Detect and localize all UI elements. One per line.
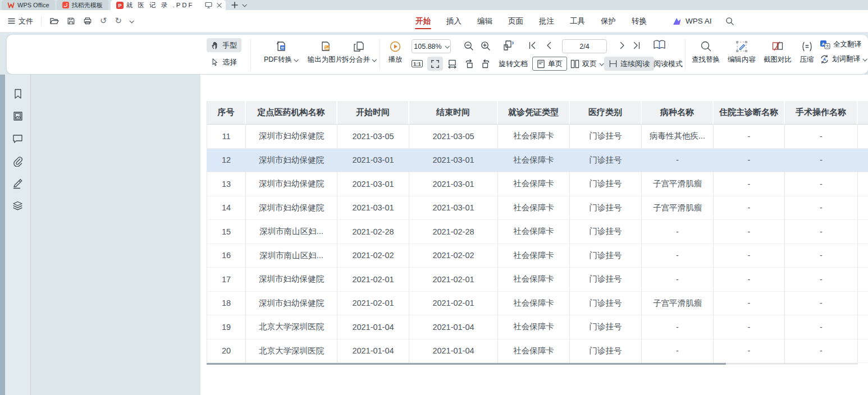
- chevron-down-icon: [599, 61, 604, 66]
- docer-icon: [62, 2, 69, 8]
- single-page-label: 单页: [548, 59, 563, 69]
- table-cell: 子宫平滑肌瘤: [642, 292, 714, 316]
- fit-page-button[interactable]: [427, 57, 443, 71]
- print-icon[interactable]: [83, 17, 92, 25]
- fit-width-button[interactable]: [447, 57, 457, 71]
- table-cell: 2021-03-01: [409, 149, 498, 173]
- rotate-right-icon[interactable]: [481, 57, 491, 71]
- next-page-icon[interactable]: [618, 42, 626, 49]
- tab-docer-template[interactable]: 找稻壳模板: [57, 0, 108, 10]
- table-row[interactable]: 19北京大学深圳医院2021-01-042021-01-04社会保障卡门诊挂号-…: [207, 315, 868, 339]
- table-row[interactable]: 15深圳市南山区妇...2021-02-282021-02-28社会保障卡门诊挂…: [207, 220, 868, 244]
- edit-content-button[interactable]: 编辑内容: [724, 39, 759, 65]
- table-cell: 门诊挂号: [570, 125, 642, 149]
- tab-list-chevron-icon[interactable]: [242, 2, 246, 7]
- full-translate-button[interactable]: A 全文翻译: [820, 40, 866, 49]
- table-row[interactable]: 14深圳市妇幼保健院2021-03-012021-03-01社会保障卡门诊挂号子…: [207, 196, 868, 221]
- menu-tab-5[interactable]: 批注: [531, 10, 562, 32]
- previous-page-icon[interactable]: [545, 42, 553, 49]
- table-row[interactable]: 11深圳市妇幼保健院2021-03-052021-03-05社会保障卡门诊挂号病…: [207, 125, 868, 149]
- wps-ai-button[interactable]: WPS AI: [673, 17, 712, 25]
- menu-tab-3[interactable]: 编辑: [469, 10, 500, 32]
- table-row[interactable]: 20北京大学深圳医院2021-01-042021-01-04社会保障卡门诊挂号-…: [207, 339, 868, 364]
- svg-text:P: P: [118, 2, 121, 8]
- table-cell: 门诊挂号: [570, 172, 642, 196]
- pdf-file-icon: P: [116, 2, 124, 9]
- menu-tab-4[interactable]: 页面: [500, 10, 531, 32]
- table-bottom-border-light: [726, 364, 858, 364]
- last-page-icon[interactable]: [633, 42, 641, 49]
- table-cell: 2021-01-04: [337, 339, 409, 364]
- screenshot-compare-button[interactable]: 截图对比: [760, 39, 795, 65]
- word-translate-button[interactable]: A 划词翻译: [820, 54, 866, 64]
- sidebar-bookmark-button[interactable]: [11, 86, 25, 101]
- table-cell: -: [785, 196, 858, 221]
- sidebar-layers-button[interactable]: [11, 199, 25, 213]
- play-button[interactable]: 播放: [381, 39, 410, 65]
- zoom-out-icon[interactable]: [464, 41, 474, 51]
- undo-icon[interactable]: ↺: [100, 17, 107, 25]
- table-cell: 深圳市妇幼保健院: [246, 125, 337, 149]
- table-cell-clipped: [858, 196, 868, 221]
- monitor-icon[interactable]: [205, 2, 212, 8]
- table-cell: 2021-02-02: [409, 244, 498, 268]
- rotate-pages-icon[interactable]: [502, 39, 516, 53]
- select-tool-button[interactable]: 选择: [207, 55, 241, 69]
- attachment-icon: [12, 156, 23, 167]
- table-cell: 子宫平滑肌瘤: [642, 172, 714, 196]
- sidebar-signature-button[interactable]: [11, 176, 25, 191]
- menu-tabs: 开始插入编辑页面批注工具保护转换: [408, 10, 655, 32]
- document-viewport[interactable]: 序号定点医药机构名称开始时间结束时间就诊凭证类型医疗类别病种名称住院主诊断名称手…: [31, 75, 868, 395]
- menu-tab-6[interactable]: 工具: [562, 10, 593, 32]
- read-mode-button[interactable]: 阅读模式: [654, 57, 683, 71]
- quickbar-chevron-icon[interactable]: [130, 19, 134, 23]
- file-menu-button[interactable]: 文件: [8, 16, 33, 26]
- table-cell: 2021-03-01: [337, 196, 409, 221]
- hand-tool-button[interactable]: 手型: [207, 38, 241, 52]
- actual-size-button[interactable]: 1:1: [412, 57, 423, 71]
- save-icon[interactable]: [67, 17, 75, 25]
- single-page-button[interactable]: 单页: [532, 57, 567, 71]
- pdf-convert-label: PDF转换: [264, 55, 292, 65]
- table-row[interactable]: 13深圳市妇幼保健院2021-03-012021-03-01社会保障卡门诊挂号子…: [207, 172, 868, 196]
- new-tab-icon[interactable]: [231, 2, 238, 8]
- table-row[interactable]: 16深圳市南山区妇...2021-02-022021-02-02社会保障卡门诊挂…: [207, 244, 868, 268]
- open-icon[interactable]: [49, 17, 59, 25]
- double-page-button[interactable]: 双页: [570, 57, 603, 71]
- select-cursor-icon: [211, 58, 219, 66]
- table-header-row: 序号定点医药机构名称开始时间结束时间就诊凭证类型医疗类别病种名称住院主诊断名称手…: [207, 101, 868, 125]
- window-edge-strip: [0, 75, 5, 395]
- medical-records-table: 序号定点医药机构名称开始时间结束时间就诊凭证类型医疗类别病种名称住院主诊断名称手…: [207, 101, 868, 363]
- table-cell: 子宫平滑肌瘤: [642, 196, 714, 221]
- sidebar-comment-button[interactable]: [11, 131, 25, 146]
- sidebar-thumbnail-button[interactable]: [11, 109, 25, 123]
- page-number-input[interactable]: 2/4: [562, 39, 607, 53]
- pdf-convert-button[interactable]: W PDF转换: [259, 39, 302, 65]
- menu-tab-1[interactable]: 开始: [408, 10, 438, 32]
- menu-tab-7[interactable]: 保护: [593, 10, 624, 32]
- close-icon[interactable]: [217, 3, 222, 8]
- find-replace-button[interactable]: 查找替换: [688, 39, 723, 65]
- menu-tab-8[interactable]: 转换: [624, 10, 655, 32]
- comment-icon: [12, 134, 23, 144]
- search-icon[interactable]: [725, 17, 734, 26]
- double-page-label: 双页: [582, 59, 597, 69]
- signature-icon: [12, 178, 23, 189]
- table-cell: 2021-03-01: [409, 196, 498, 221]
- zoom-level-select[interactable]: 105.88%: [412, 39, 451, 53]
- zoom-in-icon[interactable]: [481, 41, 491, 51]
- tab-wps-office[interactable]: WPS Office: [2, 0, 55, 10]
- sidebar-attachment-button[interactable]: [11, 154, 25, 168]
- table-row[interactable]: 18深圳市妇幼保健院2021-02-012021-02-01社会保障卡门诊挂号子…: [207, 292, 868, 316]
- menu-tab-2[interactable]: 插入: [438, 10, 469, 32]
- table-row[interactable]: 17深圳市妇幼保健院2021-02-012021-02-01社会保障卡门诊挂号-…: [207, 268, 868, 292]
- tab-document-pdf[interactable]: P 就 医 记 录 .PDF: [111, 0, 226, 10]
- continuous-read-button[interactable]: 连续阅读: [604, 57, 654, 71]
- compress-button[interactable]: 压缩: [794, 39, 820, 65]
- table-row[interactable]: 12深圳市妇幼保健院2021-03-012021-03-01社会保障卡门诊挂号-…: [207, 149, 868, 173]
- first-page-icon[interactable]: [528, 42, 536, 49]
- rotate-doc-button[interactable]: 旋转文档: [499, 57, 528, 71]
- rotate-left-icon[interactable]: [464, 57, 474, 71]
- split-merge-button[interactable]: 拆分合并: [337, 39, 380, 65]
- redo-icon[interactable]: ↻: [115, 17, 122, 25]
